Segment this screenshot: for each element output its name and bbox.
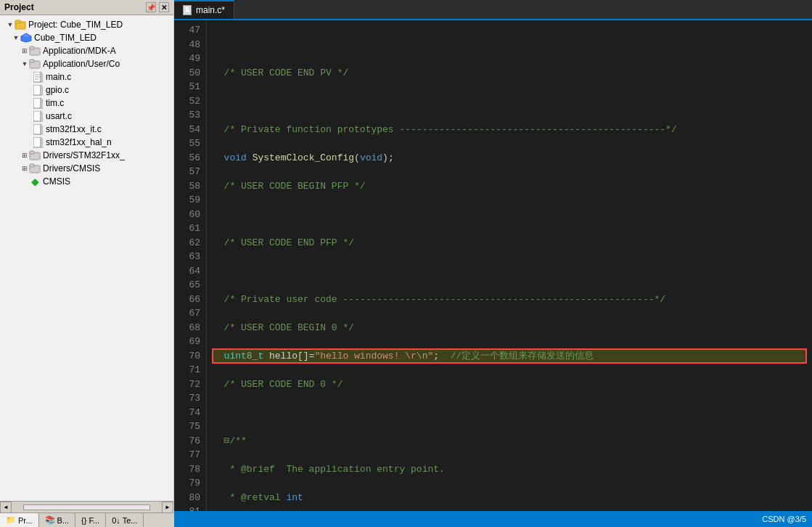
code-line-48: /* USER CODE END PV */ bbox=[213, 66, 806, 81]
svg-marker-14 bbox=[41, 85, 43, 95]
expand-icon-mdk: ⊞ bbox=[20, 46, 29, 55]
sidebar-item-label-cmsis: CMSIS bbox=[43, 176, 70, 187]
code-line-56: /* Private user code -------------------… bbox=[213, 293, 806, 307]
sidebar-item-label-cube: Cube_TIM_LED bbox=[34, 33, 97, 43]
code-line-53 bbox=[213, 208, 806, 222]
sidebar-item-cmsis[interactable]: ◆ CMSIS bbox=[0, 175, 173, 188]
sidebar-scrollbar-track[interactable] bbox=[23, 504, 150, 510]
expand-icon-cube: ▼ bbox=[12, 33, 20, 42]
code-line-57: /* USER CODE BEGIN 0 */ bbox=[213, 321, 806, 335]
sidebar-item-user[interactable]: ▼ Application/User/Co bbox=[0, 57, 173, 70]
sidebar-item-mdk[interactable]: ⊞ Application/MDK-A bbox=[0, 44, 173, 57]
sidebar-item-label-gpio-c: gpio.c bbox=[46, 85, 69, 95]
sidebar-item-label-drivers-stm32: Drivers/STM32F1xx_ bbox=[43, 150, 125, 160]
editor-tab-bar: 📄 main.c* bbox=[174, 0, 812, 20]
svg-rect-19 bbox=[33, 124, 41, 134]
scroll-right-btn[interactable]: ▶ bbox=[162, 502, 173, 513]
sidebar-item-drivers-stm32[interactable]: ⊞ Drivers/STM32F1xx_ bbox=[0, 149, 173, 162]
svg-rect-15 bbox=[33, 98, 41, 108]
code-line-47 bbox=[213, 38, 806, 52]
svg-rect-13 bbox=[33, 85, 41, 95]
status-bar: CSDN @3/5 bbox=[174, 511, 812, 527]
tim-c-icon bbox=[32, 98, 44, 108]
sidebar-item-label-drivers-cmsis: Drivers/CMSIS bbox=[43, 163, 100, 173]
svg-rect-1 bbox=[15, 20, 20, 23]
gpio-c-icon bbox=[32, 85, 44, 95]
code-line-61: ⊟/** bbox=[213, 434, 806, 449]
sidebar-item-project-root[interactable]: ▼ Project: Cube_TIM_LED bbox=[0, 18, 173, 31]
sidebar-item-label-user: Application/User/Co bbox=[43, 59, 120, 69]
sidebar-item-label-stm32-hal: stm32f1xx_hal_n bbox=[46, 137, 112, 147]
sidebar: Project 📌 ✕ ▼ Project: Cube_TIM_LED ▼ bbox=[0, 0, 174, 527]
code-content[interactable]: /* USER CODE END PV */ /* Private functi… bbox=[207, 20, 812, 511]
drivers-cmsis-icon bbox=[29, 163, 41, 173]
svg-marker-9 bbox=[41, 72, 43, 82]
sidebar-item-label-usart-c: usart.c bbox=[46, 111, 72, 121]
stm32-it-icon bbox=[32, 124, 44, 134]
svg-marker-18 bbox=[41, 111, 43, 121]
sidebar-tab-templates[interactable]: 0↓ Te... bbox=[106, 513, 144, 527]
main-container: Project 📌 ✕ ▼ Project: Cube_TIM_LED ▼ bbox=[0, 0, 812, 527]
svg-rect-24 bbox=[30, 151, 34, 154]
line-numbers: 47 48 49 50 51 52 53 54 55 56 57 58 59 6… bbox=[174, 20, 207, 511]
code-line-54: /* USER CODE END PFP */ bbox=[213, 236, 806, 250]
stm32-hal-icon bbox=[32, 137, 44, 147]
books-tab-icon: 📚 bbox=[45, 515, 55, 525]
sidebar-tabs: 📁 Pr... 📚 B... {} F... 0↓ Te... bbox=[0, 512, 173, 527]
sidebar-item-drivers-cmsis[interactable]: ⊞ Drivers/CMSIS bbox=[0, 162, 173, 175]
sidebar-item-stm32-hal[interactable]: stm32f1xx_hal_n bbox=[0, 136, 173, 149]
sidebar-item-main-c[interactable]: main.c bbox=[0, 70, 173, 83]
sidebar-item-tim-c[interactable]: tim.c bbox=[0, 97, 173, 110]
sidebar-item-gpio-c[interactable]: gpio.c bbox=[0, 83, 173, 97]
user-folder-icon bbox=[29, 59, 41, 69]
code-line-52: /* USER CODE BEGIN PFP */ bbox=[213, 179, 806, 194]
sidebar-header-icons: 📌 ✕ bbox=[146, 2, 169, 12]
code-line-62: * @brief The application entry point. bbox=[213, 462, 806, 477]
sidebar-tab-project[interactable]: 📁 Pr... bbox=[0, 513, 39, 527]
status-position: CSDN @3/5 bbox=[762, 515, 806, 523]
expand-icon-user: ▼ bbox=[20, 60, 29, 68]
scroll-left-btn[interactable]: ◀ bbox=[0, 502, 12, 513]
svg-rect-21 bbox=[33, 137, 41, 147]
expand-icon-drivers-stm32: ⊞ bbox=[20, 151, 29, 160]
code-editor[interactable]: 47 48 49 50 51 52 53 54 55 56 57 58 59 6… bbox=[174, 20, 812, 511]
sidebar-horizontal-scrollbar[interactable]: ◀ ▶ bbox=[0, 501, 173, 512]
svg-rect-7 bbox=[30, 60, 34, 62]
code-line-51: void SystemClock_Config(void); bbox=[213, 151, 806, 166]
svg-marker-20 bbox=[41, 124, 43, 134]
code-line-49 bbox=[213, 94, 806, 109]
sidebar-item-label-stm32-it: stm32f1xx_it.c bbox=[46, 124, 102, 134]
code-line-60 bbox=[213, 406, 806, 420]
usart-c-icon bbox=[32, 111, 44, 121]
templates-tab-label: 0↓ Te... bbox=[112, 516, 137, 525]
expand-icon-root: ▼ bbox=[6, 20, 15, 29]
sidebar-item-usart-c[interactable]: usart.c bbox=[0, 110, 173, 123]
expand-icon-drivers-cmsis: ⊞ bbox=[20, 164, 29, 173]
sidebar-item-label-tim-c: tim.c bbox=[46, 98, 64, 108]
tab-file-icon: 📄 bbox=[183, 5, 192, 15]
project-tab-icon: 📁 bbox=[6, 515, 16, 525]
cmsis-diamond-icon: ◆ bbox=[29, 176, 41, 187]
editor-area: 📄 main.c* 47 48 49 50 51 52 53 54 55 56 … bbox=[174, 0, 812, 527]
sidebar-tab-functions[interactable]: {} F... bbox=[75, 513, 106, 527]
sidebar-item-label-project-root: Project: Cube_TIM_LED bbox=[28, 20, 123, 30]
svg-marker-16 bbox=[41, 98, 43, 108]
editor-tab-main-c[interactable]: 📄 main.c* bbox=[174, 0, 234, 19]
mdk-folder-icon bbox=[29, 46, 41, 56]
svg-rect-17 bbox=[33, 111, 41, 121]
sidebar-tab-books[interactable]: 📚 B... bbox=[39, 513, 76, 527]
main-c-icon bbox=[32, 72, 44, 82]
sidebar-item-stm32-it[interactable]: stm32f1xx_it.c bbox=[0, 123, 173, 136]
sidebar-tree: ▼ Project: Cube_TIM_LED ▼ Cube_TIM_LED ⊞ bbox=[0, 15, 173, 501]
sidebar-item-cube[interactable]: ▼ Cube_TIM_LED bbox=[0, 31, 173, 44]
sidebar-item-label-mdk: Application/MDK-A bbox=[43, 46, 116, 56]
close-icon[interactable]: ✕ bbox=[159, 2, 169, 12]
cube-icon bbox=[20, 33, 32, 43]
pin-icon[interactable]: 📌 bbox=[146, 2, 156, 12]
sidebar-item-label-main-c: main.c bbox=[46, 72, 71, 82]
project-tab-label: Pr... bbox=[18, 516, 33, 525]
svg-rect-5 bbox=[30, 46, 34, 49]
functions-tab-label: {} F... bbox=[81, 516, 99, 525]
code-line-59: /* USER CODE END 0 */ bbox=[213, 377, 806, 392]
code-line-55 bbox=[213, 264, 806, 279]
